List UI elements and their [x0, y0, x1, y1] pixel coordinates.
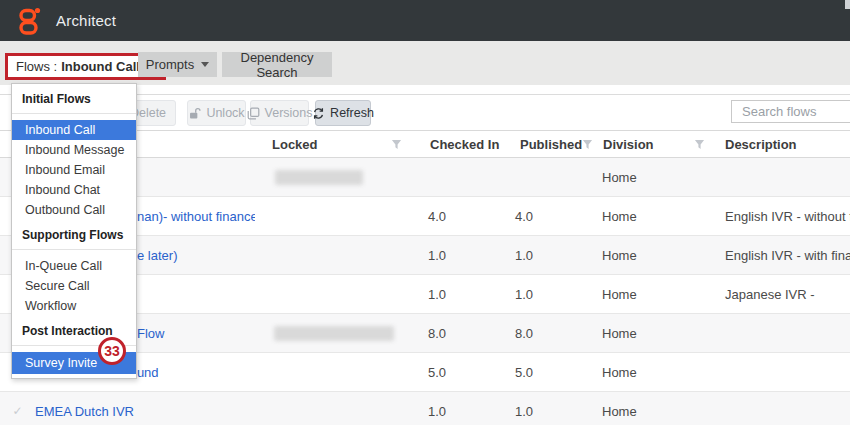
unlock-button[interactable]: Unlock: [187, 100, 246, 126]
flows-type-dropdown: Initial Flows Inbound Call Inbound Messa…: [11, 83, 137, 379]
search-input[interactable]: [731, 100, 850, 123]
description-label: Description: [725, 137, 797, 152]
dropdown-section-header: Supporting Flows: [12, 220, 136, 249]
published-value: 8.0: [515, 326, 533, 341]
dropdown-item-outbound-call[interactable]: Outbound Call: [12, 200, 136, 220]
annotation-step-badge: 33: [98, 337, 126, 365]
refresh-button[interactable]: Refresh: [315, 100, 371, 126]
header-checked-in[interactable]: Checked In: [410, 137, 500, 152]
locked-label: Locked: [272, 137, 318, 152]
versions-label: Versions: [265, 106, 313, 120]
header-description: Description: [715, 137, 850, 152]
checked-in-value: 4.0: [410, 209, 500, 224]
versions-button[interactable]: Versions: [250, 100, 309, 126]
dropdown-item-in-queue-call[interactable]: In-Queue Call: [12, 256, 136, 276]
checked-in-value: 1.0: [410, 404, 500, 419]
division-value: Home: [602, 404, 637, 419]
published-check-icon: ✓: [0, 404, 35, 418]
header-locked[interactable]: Locked: [255, 137, 410, 152]
app-title: Architect: [56, 12, 116, 29]
caret-down-icon: [201, 62, 209, 67]
unlock-icon: [188, 107, 201, 120]
division-value: Home: [602, 209, 637, 224]
dropdown-item-inbound-call[interactable]: Inbound Call: [12, 120, 136, 140]
dropdown-item-inbound-message[interactable]: Inbound Message: [12, 140, 136, 160]
checked-in-value: 5.0: [410, 365, 500, 380]
division-value: Home: [602, 326, 637, 341]
published-value: 1.0: [515, 404, 533, 419]
division-value: Home: [602, 248, 637, 263]
versions-icon: [247, 107, 260, 120]
table-row[interactable]: ✓ EMEA Dutch IVR 1.0 1.0 Home: [0, 392, 850, 425]
published-value: 1.0: [515, 287, 533, 302]
app-header: Architect: [0, 0, 850, 41]
dependency-search-button[interactable]: Dependency Search: [222, 52, 332, 77]
published-value: 4.0: [515, 209, 533, 224]
filter-icon[interactable]: [391, 139, 402, 150]
refresh-label: Refresh: [330, 106, 374, 120]
published-value: 5.0: [515, 365, 533, 380]
genesys-logo-icon: [17, 7, 43, 35]
prompts-menu-button[interactable]: Prompts: [138, 52, 217, 77]
checked-in-value: 1.0: [410, 287, 500, 302]
locked-by-redacted: [275, 170, 363, 185]
unlock-label: Unlock: [206, 106, 244, 120]
division-label: Division: [603, 137, 654, 152]
flow-name-link[interactable]: Flow: [137, 326, 164, 341]
description-value: English IVR - with finance: [715, 248, 850, 263]
filter-icon[interactable]: [694, 139, 705, 150]
checked-in-label: Checked In: [430, 137, 499, 152]
header-division[interactable]: Division: [585, 137, 715, 152]
refresh-icon: [312, 107, 325, 120]
division-value: Home: [602, 170, 637, 185]
prompts-label: Prompts: [146, 57, 194, 72]
header-published[interactable]: Published: [500, 137, 585, 152]
published-value: 1.0: [515, 248, 533, 263]
dropdown-item-inbound-chat[interactable]: Inbound Chat: [12, 180, 136, 200]
locked-by-redacted: [274, 326, 394, 341]
description-value: English IVR - without finan: [715, 209, 850, 224]
published-label: Published: [520, 137, 582, 152]
division-value: Home: [602, 365, 637, 380]
division-value: Home: [602, 287, 637, 302]
dependency-search-label: Dependency Search: [222, 50, 332, 80]
flow-name-link[interactable]: EMEA Dutch IVR: [35, 404, 134, 419]
description-value: Japanese IVR -: [715, 287, 850, 302]
flow-name-link[interactable]: nan)- without finance: [137, 209, 255, 224]
flows-button-selected: Inbound Call: [61, 59, 140, 74]
scrollbar-sliver: [845, 0, 850, 9]
dropdown-item-workflow[interactable]: Workflow: [12, 296, 136, 316]
dropdown-item-secure-call[interactable]: Secure Call: [12, 276, 136, 296]
dropdown-section-header: Initial Flows: [12, 84, 136, 113]
flows-button-prefix: Flows :: [16, 59, 57, 74]
checked-in-value: 8.0: [410, 326, 500, 341]
dropdown-item-inbound-email[interactable]: Inbound Email: [12, 160, 136, 180]
checked-in-value: 1.0: [410, 248, 500, 263]
flow-name-link[interactable]: e later): [137, 248, 177, 263]
